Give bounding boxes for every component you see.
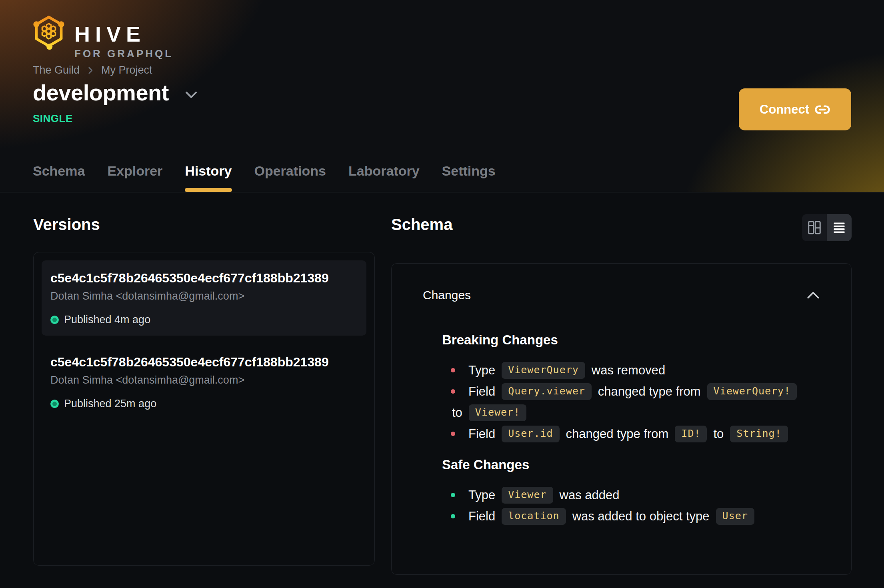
code-chip: ID! [675, 426, 707, 442]
change-item: Field User.id changed type from ID! to S… [442, 423, 820, 444]
change-text: Type [468, 484, 495, 506]
safe-bullet-icon [451, 493, 455, 497]
chevron-up-icon [806, 291, 820, 299]
versions-title: Versions [33, 216, 375, 233]
change-item: Field Query.viewer changed type from Vie… [442, 381, 820, 423]
version-status-label: Published 4m ago [64, 314, 150, 326]
changes-collapse-header[interactable]: Changes [423, 264, 820, 302]
change-text: was removed [592, 360, 665, 381]
chevron-down-icon [185, 91, 198, 99]
view-mode-toggle [802, 214, 852, 241]
breaking-bullet-icon [451, 368, 455, 372]
change-text: Field [468, 506, 495, 527]
list-icon [832, 220, 846, 235]
safe-bullet-icon [451, 514, 455, 518]
tab-settings[interactable]: Settings [442, 163, 496, 192]
safe-changes-title: Safe Changes [442, 457, 820, 472]
logo-title: HIVE [74, 23, 173, 45]
change-text: was added to object type [572, 506, 710, 527]
change-item: Type ViewerQuery was removed [442, 360, 820, 381]
change-item: Field location was added to object type … [442, 506, 820, 527]
tab-explorer[interactable]: Explorer [107, 163, 162, 192]
link-icon [814, 102, 830, 118]
tab-laboratory[interactable]: Laboratory [348, 163, 420, 192]
change-text: changed type from [566, 423, 669, 444]
code-chip: ViewerQuery [502, 362, 585, 379]
code-chip: location [502, 508, 566, 525]
list-view-button[interactable] [827, 214, 852, 241]
published-dot-icon [50, 316, 59, 324]
logo-subtitle: FOR GRAPHQL [74, 48, 173, 59]
columns-icon [807, 219, 822, 236]
published-dot-icon [50, 400, 59, 408]
change-text: Type [468, 360, 495, 381]
version-card[interactable]: c5e4c1c5f78b26465350e4ecf677cf188bb21389… [42, 344, 366, 420]
code-chip: Query.viewer [502, 383, 592, 400]
code-chip: User [716, 508, 754, 525]
hive-logo: HIVE FOR GRAPHQL [32, 14, 173, 59]
breadcrumb-org[interactable]: The Guild [33, 64, 80, 76]
connect-button-label: Connect [760, 102, 809, 117]
versions-section: Versions c5e4c1c5f78b26465350e4ecf677cf1… [33, 216, 375, 566]
change-text: changed type from [598, 381, 701, 402]
schema-section: Schema [391, 216, 852, 575]
breaking-changes-list: Type ViewerQuery was removed Field Query… [442, 360, 820, 444]
versions-list: c5e4c1c5f78b26465350e4ecf677cf188bb21389… [33, 252, 375, 566]
breadcrumb-project[interactable]: My Project [101, 64, 152, 76]
version-card[interactable]: c5e4c1c5f78b26465350e4ecf677cf188bb21389… [42, 260, 366, 336]
code-chip: Viewer [502, 487, 553, 504]
hive-app: HIVE FOR GRAPHQL The Guild My Project de… [0, 0, 884, 588]
target-tabs: Schema Explorer History Operations Labor… [33, 163, 496, 192]
page-title: development [33, 80, 169, 106]
breaking-changes-title: Breaking Changes [442, 332, 820, 348]
target-title-row: development [33, 80, 198, 106]
tab-operations[interactable]: Operations [254, 163, 326, 192]
chevron-right-icon [85, 65, 96, 76]
version-hash: c5e4c1c5f78b26465350e4ecf677cf188bb21389 [50, 354, 358, 370]
safe-changes-list: Type Viewer was added Field location was… [442, 484, 820, 527]
split-view-button[interactable] [802, 214, 827, 241]
target-type-badge: SINGLE [33, 112, 73, 125]
version-hash: c5e4c1c5f78b26465350e4ecf677cf188bb21389 [50, 270, 358, 286]
change-item: Type Viewer was added [442, 484, 820, 506]
change-text: Field [468, 423, 495, 444]
breadcrumb: The Guild My Project [33, 64, 152, 76]
change-text: to [713, 423, 724, 444]
changes-title: Changes [423, 288, 471, 302]
target-header: HIVE FOR GRAPHQL The Guild My Project de… [0, 0, 884, 192]
breaking-bullet-icon [451, 432, 455, 436]
hive-logo-icon [32, 14, 66, 52]
changes-body: Breaking Changes Type ViewerQuery was re… [442, 332, 820, 527]
change-text: Field [468, 381, 495, 402]
version-status: Published 4m ago [50, 314, 358, 326]
tab-history[interactable]: History [185, 163, 232, 192]
tab-schema[interactable]: Schema [33, 163, 85, 192]
version-status: Published 25m ago [50, 398, 358, 410]
code-chip: String! [730, 426, 788, 442]
code-chip: Viewer! [469, 404, 526, 421]
connect-button[interactable]: Connect [739, 88, 851, 130]
code-chip: ViewerQuery! [707, 383, 797, 400]
change-text: to [452, 402, 462, 423]
version-author: Dotan Simha <dotansimha@gmail.com> [50, 374, 358, 386]
change-text: was added [560, 484, 620, 506]
breaking-bullet-icon [451, 389, 455, 394]
code-chip: User.id [502, 426, 559, 442]
target-selector-trigger[interactable] [185, 87, 198, 99]
changes-panel: Changes Breaking Changes Type ViewerQuer… [391, 263, 852, 575]
schema-title: Schema [391, 216, 452, 233]
version-status-label: Published 25m ago [64, 398, 156, 410]
version-author: Dotan Simha <dotansimha@gmail.com> [50, 290, 358, 302]
